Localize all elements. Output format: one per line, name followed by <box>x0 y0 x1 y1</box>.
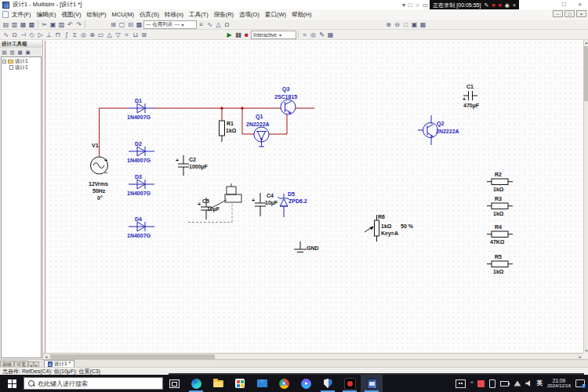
battery-icon[interactable] <box>500 381 509 387</box>
zoom-window-icon[interactable]: ⊞ <box>109 20 118 29</box>
tray-app-icon[interactable] <box>477 380 485 387</box>
fullscreen-icon[interactable]: ▢ <box>118 20 126 29</box>
place-peripherals-icon[interactable]: △ <box>105 31 114 39</box>
place-mixed-icon[interactable]: Σ <box>71 31 79 39</box>
record-stop2-icon[interactable]: ■ <box>499 2 502 8</box>
mdi-restore-button[interactable]: □ <box>564 10 575 17</box>
wifi-icon[interactable] <box>514 381 521 387</box>
component-d3-diode[interactable]: D3 1N4007G <box>127 174 154 196</box>
ime-language-indicator[interactable]: 英 <box>536 379 543 387</box>
menu-place[interactable]: 绘制(P) <box>87 11 107 19</box>
recorder-window-icon[interactable]: □ <box>408 2 412 9</box>
menu-window[interactable]: 窗口(W) <box>265 11 286 19</box>
component-q1-transistor[interactable]: Q1 2N2222A <box>246 114 270 147</box>
toolbox-doc-icon[interactable]: ▣ <box>24 49 31 56</box>
print-icon[interactable]: ▩ <box>27 20 36 29</box>
zoom-in-icon[interactable]: ⊕ <box>384 20 393 29</box>
analysis-icon[interactable]: ≈ <box>300 31 309 39</box>
place-source-icon[interactable]: ∿ <box>2 31 10 39</box>
place-analog-icon[interactable]: ▷ <box>36 31 45 39</box>
simulation-mode-combo[interactable]: Interactive ▾ <box>251 31 296 39</box>
place-cmos-icon[interactable]: ⊓ <box>53 31 62 39</box>
place-misc-digital-icon[interactable]: ∫ <box>62 31 71 39</box>
component-r4-resistor[interactable]: R4 47KΩ <box>487 224 513 245</box>
grapher-icon[interactable]: ◎ <box>309 31 318 39</box>
place-diode-icon[interactable]: ⊣ <box>19 31 27 39</box>
menu-mcu[interactable]: MCU(M) <box>112 11 134 18</box>
multisim-taskbar-button[interactable] <box>361 375 383 392</box>
component-d1-diode[interactable]: D1 1N4007G <box>127 98 154 120</box>
mdi-minimize-button[interactable]: – <box>553 10 563 17</box>
postprocessor-icon[interactable]: ✎ <box>318 31 326 39</box>
recorder-zoom-icon[interactable]: ○ <box>416 2 419 9</box>
component-r5-resistor[interactable]: R5 1kΩ <box>487 254 513 274</box>
start-button[interactable] <box>0 375 24 392</box>
mail-button[interactable] <box>251 375 273 392</box>
zoom-out-icon[interactable]: ⊖ <box>393 20 401 29</box>
toolbox-new-icon[interactable]: ▤ <box>1 49 8 56</box>
pause-button[interactable]: ▮▮ <box>234 31 242 39</box>
toolbox-open-icon[interactable]: ▥ <box>9 49 16 56</box>
save-icon[interactable]: ▦ <box>19 20 27 29</box>
place-electromechanical-icon[interactable]: ≈ <box>122 31 131 39</box>
chrome-button[interactable] <box>273 375 295 392</box>
ime-panel-icon[interactable] <box>456 379 466 388</box>
taskbar-clock[interactable]: 21:09 2024/12/16 <box>547 378 571 389</box>
zoom-fit-icon[interactable]: ▣ <box>410 20 419 29</box>
graph-tool-icon[interactable]: ∿ <box>205 20 214 29</box>
menu-options[interactable]: 选项(O) <box>239 11 260 19</box>
annotate-pencil-icon[interactable]: ✎ <box>484 2 488 9</box>
component-d2-diode[interactable]: D2 1N4007G <box>127 141 154 163</box>
store-button[interactable] <box>229 375 251 392</box>
scroll-down-icon[interactable]: ▾ <box>584 348 588 353</box>
component-c1-capacitor[interactable]: + C1 470µF <box>463 84 480 109</box>
schematic-canvas[interactable]: V1 + − 12Vrms 50Hz 0° D1 1N4007G D2 1N40… <box>43 40 583 353</box>
component-r1-resistor[interactable]: R1 1kΩ <box>220 121 237 142</box>
toolbox-save-icon[interactable]: ▦ <box>16 49 24 56</box>
in-use-list-combo[interactable]: --- 在用列表 --- ▾ <box>143 20 197 29</box>
restore-window-button[interactable]: □ <box>557 0 571 9</box>
vertical-scroll-thumb[interactable] <box>584 46 588 101</box>
spreadsheet-icon[interactable]: ▦ <box>326 31 335 39</box>
phone-icon[interactable] <box>489 379 495 388</box>
screen-recorder-button[interactable] <box>339 375 361 392</box>
security-app-button[interactable] <box>317 375 339 392</box>
text-tool-icon[interactable]: ≡ <box>197 20 205 29</box>
menu-view[interactable]: 视图(V) <box>62 11 82 19</box>
close-window-button[interactable]: × <box>573 0 586 9</box>
menu-help[interactable]: 帮助(H) <box>292 11 311 19</box>
paste-icon[interactable]: ▨ <box>57 20 66 29</box>
recorder-close-icon[interactable]: × <box>513 2 516 8</box>
copy-icon[interactable]: ▣ <box>49 20 57 29</box>
wizard-tool-icon[interactable]: Ω <box>223 20 231 29</box>
component-d4-diode[interactable]: D4 1N4007G <box>127 216 154 238</box>
horizontal-scrollbar[interactable]: ◂ ▸ <box>43 353 583 359</box>
place-mcu-icon[interactable]: ⊞ <box>140 31 148 39</box>
tree-collapse-icon[interactable]: − <box>2 60 6 64</box>
record-stop-icon[interactable]: ■ <box>492 2 495 8</box>
hidden-icons-chevron[interactable]: ^ <box>470 375 473 392</box>
edge-button[interactable] <box>185 375 207 392</box>
component-gnd-ground[interactable]: GND <box>294 241 319 252</box>
screenshot-camera-icon[interactable]: ◉ <box>505 2 510 9</box>
place-misc-icon[interactable]: ▭ <box>96 31 105 39</box>
place-ttl-icon[interactable]: ⊥ <box>45 31 53 39</box>
redo-icon[interactable]: ↷ <box>74 20 83 29</box>
component-c4-capacitor[interactable]: + C4 10µF <box>252 193 278 216</box>
vertical-scrollbar[interactable]: ▴ ▾ <box>583 40 588 353</box>
place-power-icon[interactable]: ⊗ <box>88 31 96 39</box>
component-q3-transistor[interactable]: Q3 2SC1815 <box>274 86 297 114</box>
mdi-close-button[interactable]: × <box>576 10 586 17</box>
component-d5-zener[interactable]: D5 ZPD6.2 <box>278 191 307 217</box>
recorder-region-icon[interactable]: ▭ <box>423 2 429 9</box>
scroll-up-icon[interactable]: ▴ <box>584 40 588 45</box>
tree-sheet-design1[interactable]: 设计1 <box>2 64 40 71</box>
menu-transfer[interactable]: 转移(n) <box>165 11 183 19</box>
file-explorer-button[interactable] <box>207 375 229 392</box>
component-r3-resistor[interactable]: R3 1kΩ <box>487 196 513 216</box>
sheet-icon[interactable]: ▩ <box>135 20 143 29</box>
new-icon[interactable]: ▤ <box>2 20 10 29</box>
media-player-button[interactable] <box>295 375 317 392</box>
stop-button[interactable]: ■ <box>242 31 251 39</box>
undo-icon[interactable]: ↶ <box>66 20 74 29</box>
